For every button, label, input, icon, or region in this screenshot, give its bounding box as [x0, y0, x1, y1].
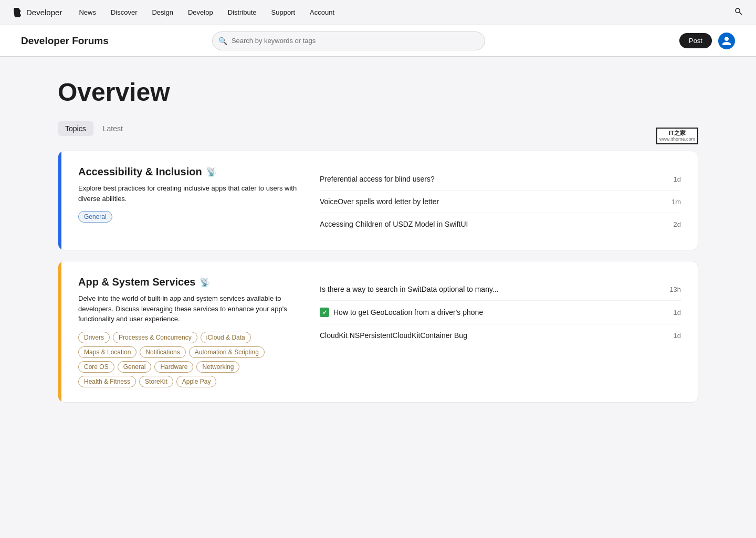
- nav-news[interactable]: News: [79, 8, 96, 16]
- card-body-app-system: App & System Services 📡 Delve into the w…: [61, 261, 698, 402]
- topic-tags-accessibility: General: [78, 211, 299, 223]
- post-button[interactable]: Post: [679, 33, 712, 48]
- topic-card-accessibility: Accessibility & Inclusion 📡 Explore best…: [58, 151, 698, 250]
- rss-icon-accessibility[interactable]: 📡: [206, 167, 217, 177]
- tabs-row: Topics Latest IT之家 www.ithome.com: [58, 121, 698, 151]
- topic-name-row-app-system: App & System Services 📡: [78, 276, 299, 288]
- topic-discussions-app-system: Is there a way to search in SwitData opt…: [320, 276, 681, 387]
- topic-discussions-accessibility: Preferential access for blind users? 1d …: [320, 166, 681, 235]
- tab-latest[interactable]: Latest: [96, 121, 130, 136]
- page-title: Overview: [58, 78, 698, 107]
- topic-left-app-system: App & System Services 📡 Delve into the w…: [78, 276, 299, 387]
- topic-tags-app-system: Drivers Processes & Concurrency iCloud &…: [78, 332, 299, 387]
- top-nav: Developer News Discover Design Develop D…: [0, 0, 756, 25]
- tag-applepay[interactable]: Apple Pay: [176, 376, 217, 387]
- watermark-line2: www.ithome.com: [659, 136, 695, 142]
- nav-account[interactable]: Account: [310, 8, 334, 16]
- nav-design[interactable]: Design: [152, 8, 173, 16]
- tag-storekit[interactable]: StoreKit: [139, 376, 173, 387]
- tag-automation[interactable]: Automation & Scripting: [189, 346, 265, 358]
- topic-card-app-system: App & System Services 📡 Delve into the w…: [58, 261, 698, 403]
- discussion-row[interactable]: Is there a way to search in SwitData opt…: [320, 278, 681, 301]
- discussion-row[interactable]: Preferential access for blind users? 1d: [320, 168, 681, 191]
- discussion-title: Is there a way to search in SwitData opt…: [320, 285, 499, 293]
- discussion-row[interactable]: VoiceOver spells word letter by letter 1…: [320, 191, 681, 213]
- watermark: IT之家 www.ithome.com: [656, 128, 698, 144]
- tab-topics[interactable]: Topics: [58, 121, 93, 136]
- tag-health[interactable]: Health & Fitness: [78, 376, 136, 387]
- topic-name-accessibility: Accessibility & Inclusion: [78, 166, 202, 178]
- tag-notifications[interactable]: Notifications: [140, 346, 185, 358]
- nav-develop[interactable]: Develop: [188, 8, 213, 16]
- tag-networking[interactable]: Networking: [196, 361, 239, 373]
- tag-general-orange[interactable]: General: [118, 361, 152, 373]
- tag-coreos[interactable]: Core OS: [78, 361, 114, 373]
- tag-general[interactable]: General: [78, 211, 112, 223]
- check-icon: [320, 308, 329, 317]
- nav-support[interactable]: Support: [271, 8, 296, 16]
- topic-left-accessibility: Accessibility & Inclusion 📡 Explore best…: [78, 166, 299, 235]
- user-icon: [721, 36, 732, 46]
- topic-desc-accessibility: Explore best practices for creating incl…: [78, 183, 299, 204]
- developer-text: Developer: [26, 8, 62, 17]
- topic-desc-app-system: Delve into the world of built-in app and…: [78, 293, 299, 324]
- tag-drivers[interactable]: Drivers: [78, 332, 110, 343]
- forum-title: Developer Forums: [21, 35, 109, 47]
- discussion-row[interactable]: CloudKit NSPersistentCloudKitContainer B…: [320, 324, 681, 346]
- search-input-wrap: 🔍: [212, 31, 485, 50]
- discussion-title: Preferential access for blind users?: [320, 175, 435, 183]
- discussion-title: How to get GeoLocation from a driver's p…: [320, 308, 483, 317]
- tag-icloud[interactable]: iCloud & Data: [201, 332, 251, 343]
- forum-header-right: Post: [679, 33, 735, 49]
- apple-logo-icon: [13, 8, 22, 17]
- nav-distribute[interactable]: Distribute: [228, 8, 257, 16]
- forum-search-input[interactable]: [212, 31, 485, 50]
- discussion-time: 1d: [674, 332, 681, 340]
- search-icon-inner: 🔍: [218, 37, 227, 45]
- search-icon: [734, 7, 743, 16]
- discussion-time: 13h: [669, 286, 681, 293]
- watermark-line1: IT之家: [659, 130, 695, 136]
- discussion-title: Accessing Children of USDZ Model in Swif…: [320, 220, 468, 228]
- nav-discover[interactable]: Discover: [111, 8, 138, 16]
- tag-processes[interactable]: Processes & Concurrency: [113, 332, 197, 343]
- tag-hardware[interactable]: Hardware: [154, 361, 193, 373]
- top-nav-search-icon[interactable]: [734, 7, 743, 18]
- discussion-title: VoiceOver spells word letter by letter: [320, 197, 439, 206]
- user-avatar[interactable]: [718, 33, 735, 49]
- discussion-title: CloudKit NSPersistentCloudKitContainer B…: [320, 331, 467, 340]
- forum-header: Developer Forums 🔍 Post: [0, 25, 756, 57]
- discussion-time: 1d: [674, 175, 681, 183]
- search-wrap: 🔍: [212, 31, 485, 50]
- topic-name-row-accessibility: Accessibility & Inclusion 📡: [78, 166, 299, 178]
- discussion-row[interactable]: How to get GeoLocation from a driver's p…: [320, 301, 681, 324]
- card-body-accessibility: Accessibility & Inclusion 📡 Explore best…: [61, 151, 698, 250]
- discussion-time: 1d: [674, 309, 681, 317]
- tabs: Topics Latest: [58, 121, 130, 136]
- discussion-row[interactable]: Accessing Children of USDZ Model in Swif…: [320, 213, 681, 235]
- main-content: Overview Topics Latest IT之家 www.ithome.c…: [37, 57, 719, 445]
- top-nav-links: News Discover Design Develop Distribute …: [79, 8, 717, 16]
- apple-developer-logo[interactable]: Developer: [13, 8, 62, 17]
- discussion-time: 1m: [671, 198, 681, 206]
- rss-icon-app-system[interactable]: 📡: [200, 277, 210, 287]
- discussion-time: 2d: [674, 220, 681, 228]
- topic-name-app-system: App & System Services: [78, 276, 195, 288]
- tag-maps[interactable]: Maps & Location: [78, 346, 136, 358]
